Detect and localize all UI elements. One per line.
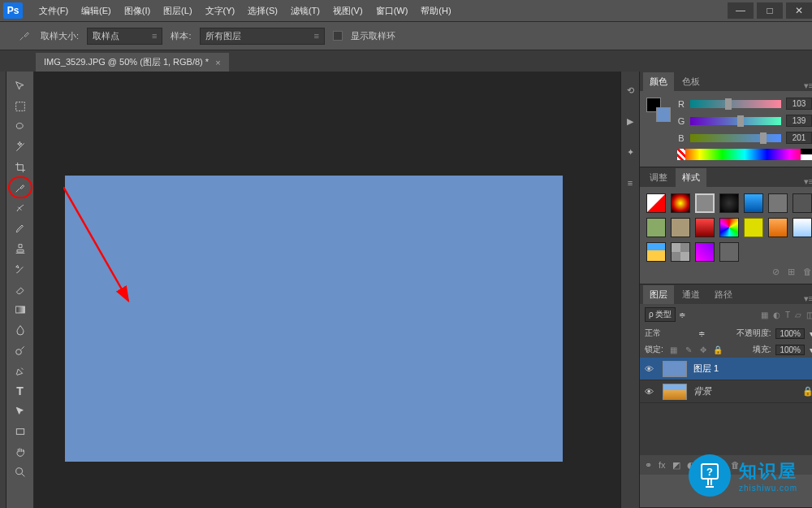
blur-tool[interactable] <box>10 320 31 339</box>
b-slider[interactable] <box>690 134 781 142</box>
style-swatch[interactable] <box>793 193 812 213</box>
tab-swatches[interactable]: 色板 <box>676 72 706 91</box>
actions-icon[interactable]: ▶ <box>621 112 639 130</box>
menu-type[interactable]: 文字(Y) <box>199 5 242 17</box>
spectrum-strip[interactable] <box>677 149 812 160</box>
panel-menu-icon[interactable]: ▾≡ <box>799 80 812 91</box>
document-canvas[interactable] <box>65 176 563 462</box>
r-slider[interactable] <box>690 100 781 108</box>
panel-menu-icon[interactable]: ▾≡ <box>799 293 812 304</box>
visibility-toggle-icon[interactable]: 👁 <box>645 387 656 397</box>
style-swatch[interactable] <box>744 218 763 237</box>
type-tool[interactable]: T <box>10 381 31 400</box>
style-swatch[interactable] <box>695 218 715 237</box>
menu-select[interactable]: 选择(S) <box>241 5 284 17</box>
g-value[interactable]: 139 <box>786 115 812 127</box>
eraser-tool[interactable] <box>10 280 31 298</box>
fill-value[interactable]: 100% <box>775 345 805 355</box>
style-swatch[interactable] <box>719 242 739 262</box>
g-slider[interactable] <box>690 117 781 125</box>
window-maximize-button[interactable]: □ <box>757 2 783 19</box>
style-swatch[interactable] <box>671 242 690 262</box>
filter-shape-icon[interactable]: ▱ <box>795 310 801 319</box>
document-tab[interactable]: IMG_3529.JPG @ 50% (图层 1, RGB/8) * × <box>36 53 229 72</box>
brush-tool[interactable] <box>10 219 31 237</box>
tab-close-button[interactable]: × <box>215 58 220 67</box>
background-swatch[interactable] <box>656 107 671 122</box>
style-swatch[interactable] <box>671 193 690 213</box>
layer-style-icon[interactable]: fx <box>659 460 666 470</box>
visibility-toggle-icon[interactable]: 👁 <box>645 364 656 374</box>
style-swatch[interactable] <box>719 218 739 237</box>
tab-color[interactable]: 颜色 <box>643 72 674 91</box>
history-icon[interactable]: ⟲ <box>621 81 639 99</box>
lock-paint-icon[interactable]: ✎ <box>683 345 694 354</box>
gradient-tool[interactable] <box>10 300 31 319</box>
blend-mode-select[interactable]: 正常 <box>645 328 693 339</box>
eyedropper-tool[interactable] <box>10 178 31 197</box>
lock-all-icon[interactable]: 🔒 <box>712 345 723 354</box>
canvas-area[interactable] <box>34 72 620 508</box>
tab-channels[interactable]: 通道 <box>676 285 706 304</box>
filter-pixel-icon[interactable]: ▦ <box>761 310 768 319</box>
style-swatch[interactable] <box>719 193 739 213</box>
tab-styles[interactable]: 样式 <box>676 168 706 187</box>
style-swatch[interactable] <box>768 193 788 213</box>
rect-tool[interactable] <box>10 422 31 441</box>
wand-tool[interactable] <box>10 137 31 156</box>
style-swatch[interactable] <box>768 218 788 237</box>
menu-edit[interactable]: 编辑(E) <box>75 5 118 17</box>
style-swatch[interactable] <box>646 193 666 213</box>
clear-style-icon[interactable]: ⊘ <box>772 267 780 277</box>
style-swatch[interactable] <box>695 242 715 262</box>
menu-filter[interactable]: 滤镜(T) <box>284 5 326 17</box>
layer-name[interactable]: 图层 1 <box>693 363 719 375</box>
brushes-icon[interactable]: ✦ <box>621 143 639 161</box>
menu-help[interactable]: 帮助(H) <box>414 5 457 17</box>
menu-window[interactable]: 窗口(W) <box>369 5 415 17</box>
sample-select[interactable]: 所有图层 <box>200 28 325 45</box>
layer-mask-icon[interactable]: ◩ <box>672 460 680 471</box>
style-swatch[interactable] <box>646 218 666 237</box>
new-style-icon[interactable]: ⊞ <box>788 267 795 277</box>
menu-layer[interactable]: 图层(L) <box>157 5 198 17</box>
move-tool[interactable] <box>10 76 31 95</box>
lock-pixels-icon[interactable]: ▦ <box>668 345 680 354</box>
layer-thumbnail[interactable] <box>663 361 687 377</box>
r-value[interactable]: 103 <box>786 98 812 110</box>
history-brush-tool[interactable] <box>10 259 31 278</box>
style-swatch[interactable] <box>671 218 690 237</box>
filter-smart-icon[interactable]: ◫ <box>806 310 812 319</box>
hand-tool[interactable] <box>10 442 31 461</box>
presets-icon[interactable]: ≡ <box>621 174 639 192</box>
path-select-tool[interactable] <box>10 402 31 420</box>
style-swatch[interactable] <box>744 193 763 213</box>
style-swatch[interactable] <box>695 193 715 213</box>
menu-file[interactable]: 文件(F) <box>32 5 75 17</box>
layer-thumbnail[interactable] <box>663 384 687 400</box>
lasso-tool[interactable] <box>10 117 31 136</box>
healing-brush-tool[interactable] <box>10 198 31 217</box>
menu-view[interactable]: 视图(V) <box>326 5 369 17</box>
dodge-tool[interactable] <box>10 341 31 359</box>
pen-tool[interactable] <box>10 361 31 380</box>
layer-filter-select[interactable]: ρ 类型 <box>645 307 676 322</box>
show-ring-checkbox[interactable] <box>333 31 343 41</box>
stamp-tool[interactable] <box>10 239 31 258</box>
b-value[interactable]: 201 <box>786 132 812 144</box>
tab-paths[interactable]: 路径 <box>708 285 739 304</box>
filter-type-icon[interactable]: T <box>785 310 790 319</box>
layer-row[interactable]: 👁 图层 1 <box>640 358 812 380</box>
tab-adjustments[interactable]: 调整 <box>643 168 674 187</box>
layer-name[interactable]: 背景 <box>693 385 711 397</box>
menu-image[interactable]: 图像(I) <box>118 5 157 17</box>
panel-menu-icon[interactable]: ▾≡ <box>799 176 812 187</box>
lock-position-icon[interactable]: ✥ <box>698 345 709 354</box>
style-swatch[interactable] <box>793 218 812 237</box>
opacity-value[interactable]: 100% <box>775 328 805 339</box>
tab-layers[interactable]: 图层 <box>643 285 674 304</box>
window-minimize-button[interactable]: — <box>728 2 754 19</box>
layer-row[interactable]: 👁 背景 🔒 <box>640 380 812 403</box>
window-close-button[interactable]: ✕ <box>786 2 812 19</box>
sample-size-select[interactable]: 取样点 <box>87 28 162 45</box>
